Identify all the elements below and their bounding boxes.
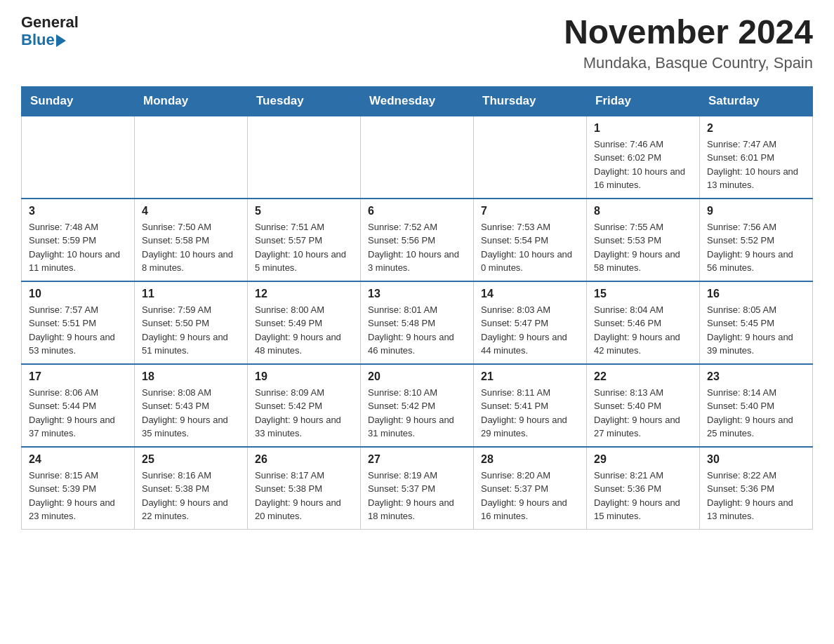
day-info: Sunrise: 8:01 AMSunset: 5:48 PMDaylight:… — [368, 303, 466, 358]
calendar-header-tuesday: Tuesday — [248, 86, 361, 116]
calendar-week-5: 24Sunrise: 8:15 AMSunset: 5:39 PMDayligh… — [22, 447, 813, 530]
day-number: 12 — [255, 288, 353, 300]
calendar-cell: 16Sunrise: 8:05 AMSunset: 5:45 PMDayligh… — [700, 281, 813, 364]
calendar-header-saturday: Saturday — [700, 86, 813, 116]
day-number: 6 — [368, 205, 466, 217]
day-info: Sunrise: 8:20 AMSunset: 5:37 PMDaylight:… — [481, 469, 579, 523]
calendar-cell: 28Sunrise: 8:20 AMSunset: 5:37 PMDayligh… — [474, 447, 587, 530]
calendar-week-2: 3Sunrise: 7:48 AMSunset: 5:59 PMDaylight… — [22, 199, 813, 281]
calendar-cell: 3Sunrise: 7:48 AMSunset: 5:59 PMDaylight… — [22, 199, 135, 281]
day-info: Sunrise: 8:22 AMSunset: 5:36 PMDaylight:… — [707, 469, 805, 523]
calendar-cell: 15Sunrise: 8:04 AMSunset: 5:46 PMDayligh… — [587, 281, 700, 364]
day-info: Sunrise: 8:19 AMSunset: 5:37 PMDaylight:… — [368, 469, 466, 523]
day-info: Sunrise: 8:11 AMSunset: 5:41 PMDaylight:… — [481, 386, 579, 441]
day-number: 15 — [594, 288, 692, 300]
day-number: 11 — [142, 288, 240, 300]
day-number: 30 — [707, 453, 805, 466]
day-info: Sunrise: 8:06 AMSunset: 5:44 PMDaylight:… — [29, 386, 127, 441]
day-number: 14 — [481, 288, 579, 300]
calendar-table: SundayMondayTuesdayWednesdayThursdayFrid… — [21, 86, 813, 530]
day-info: Sunrise: 7:46 AMSunset: 6:02 PMDaylight:… — [594, 137, 692, 192]
day-info: Sunrise: 8:13 AMSunset: 5:40 PMDaylight:… — [594, 386, 692, 441]
calendar-cell: 18Sunrise: 8:08 AMSunset: 5:43 PMDayligh… — [135, 364, 248, 447]
calendar-cell: 11Sunrise: 7:59 AMSunset: 5:50 PMDayligh… — [135, 281, 248, 364]
calendar-cell: 30Sunrise: 8:22 AMSunset: 5:36 PMDayligh… — [700, 447, 813, 530]
calendar-cell: 5Sunrise: 7:51 AMSunset: 5:57 PMDaylight… — [248, 199, 361, 281]
day-number: 28 — [481, 453, 579, 466]
calendar-cell: 14Sunrise: 8:03 AMSunset: 5:47 PMDayligh… — [474, 281, 587, 364]
logo-blue-text: Blue — [21, 31, 66, 49]
day-number: 24 — [29, 453, 127, 466]
calendar-cell: 6Sunrise: 7:52 AMSunset: 5:56 PMDaylight… — [361, 199, 474, 281]
calendar-cell: 22Sunrise: 8:13 AMSunset: 5:40 PMDayligh… — [587, 364, 700, 447]
logo: General Blue — [21, 14, 79, 49]
day-info: Sunrise: 7:55 AMSunset: 5:53 PMDaylight:… — [594, 220, 692, 275]
day-number: 7 — [481, 205, 579, 217]
calendar-cell: 19Sunrise: 8:09 AMSunset: 5:42 PMDayligh… — [248, 364, 361, 447]
calendar-cell: 4Sunrise: 7:50 AMSunset: 5:58 PMDaylight… — [135, 199, 248, 281]
day-info: Sunrise: 8:00 AMSunset: 5:49 PMDaylight:… — [255, 303, 353, 358]
day-info: Sunrise: 8:15 AMSunset: 5:39 PMDaylight:… — [29, 469, 127, 523]
calendar-header-thursday: Thursday — [474, 86, 587, 116]
day-info: Sunrise: 7:53 AMSunset: 5:54 PMDaylight:… — [481, 220, 579, 275]
logo-general-text: General — [21, 14, 79, 31]
calendar-cell: 1Sunrise: 7:46 AMSunset: 6:02 PMDaylight… — [587, 116, 700, 199]
calendar-cell: 24Sunrise: 8:15 AMSunset: 5:39 PMDayligh… — [22, 447, 135, 530]
calendar-week-3: 10Sunrise: 7:57 AMSunset: 5:51 PMDayligh… — [22, 281, 813, 364]
calendar-cell — [22, 116, 135, 199]
calendar-cell — [248, 116, 361, 199]
calendar-cell: 13Sunrise: 8:01 AMSunset: 5:48 PMDayligh… — [361, 281, 474, 364]
day-number: 3 — [29, 205, 127, 217]
day-info: Sunrise: 7:56 AMSunset: 5:52 PMDaylight:… — [707, 220, 805, 275]
calendar-cell: 23Sunrise: 8:14 AMSunset: 5:40 PMDayligh… — [700, 364, 813, 447]
day-info: Sunrise: 7:51 AMSunset: 5:57 PMDaylight:… — [255, 220, 353, 275]
page-header: General Blue November 2024 Mundaka, Basq… — [21, 14, 813, 72]
calendar-cell: 10Sunrise: 7:57 AMSunset: 5:51 PMDayligh… — [22, 281, 135, 364]
calendar-cell: 12Sunrise: 8:00 AMSunset: 5:49 PMDayligh… — [248, 281, 361, 364]
day-info: Sunrise: 7:52 AMSunset: 5:56 PMDaylight:… — [368, 220, 466, 275]
logo-triangle-icon — [56, 34, 66, 47]
day-info: Sunrise: 8:08 AMSunset: 5:43 PMDaylight:… — [142, 386, 240, 441]
day-info: Sunrise: 8:05 AMSunset: 5:45 PMDaylight:… — [707, 303, 805, 358]
day-info: Sunrise: 8:03 AMSunset: 5:47 PMDaylight:… — [481, 303, 579, 358]
calendar-cell: 20Sunrise: 8:10 AMSunset: 5:42 PMDayligh… — [361, 364, 474, 447]
calendar-cell — [135, 116, 248, 199]
day-number: 17 — [29, 370, 127, 383]
calendar-header-monday: Monday — [135, 86, 248, 116]
day-number: 1 — [594, 122, 692, 135]
main-title: November 2024 — [564, 14, 813, 51]
day-number: 18 — [142, 370, 240, 383]
day-number: 25 — [142, 453, 240, 466]
day-info: Sunrise: 8:14 AMSunset: 5:40 PMDaylight:… — [707, 386, 805, 441]
calendar-cell: 27Sunrise: 8:19 AMSunset: 5:37 PMDayligh… — [361, 447, 474, 530]
calendar-cell: 2Sunrise: 7:47 AMSunset: 6:01 PMDaylight… — [700, 116, 813, 199]
day-number: 8 — [594, 205, 692, 217]
subtitle: Mundaka, Basque Country, Spain — [564, 54, 813, 72]
calendar-header-wednesday: Wednesday — [361, 86, 474, 116]
calendar-cell: 29Sunrise: 8:21 AMSunset: 5:36 PMDayligh… — [587, 447, 700, 530]
calendar-cell: 7Sunrise: 7:53 AMSunset: 5:54 PMDaylight… — [474, 199, 587, 281]
day-number: 20 — [368, 370, 466, 383]
day-number: 23 — [707, 370, 805, 383]
day-info: Sunrise: 7:57 AMSunset: 5:51 PMDaylight:… — [29, 303, 127, 358]
day-number: 22 — [594, 370, 692, 383]
calendar-cell: 9Sunrise: 7:56 AMSunset: 5:52 PMDaylight… — [700, 199, 813, 281]
day-number: 13 — [368, 288, 466, 300]
day-info: Sunrise: 8:10 AMSunset: 5:42 PMDaylight:… — [368, 386, 466, 441]
calendar-cell: 8Sunrise: 7:55 AMSunset: 5:53 PMDaylight… — [587, 199, 700, 281]
day-info: Sunrise: 8:21 AMSunset: 5:36 PMDaylight:… — [594, 469, 692, 523]
calendar-cell: 26Sunrise: 8:17 AMSunset: 5:38 PMDayligh… — [248, 447, 361, 530]
calendar-week-1: 1Sunrise: 7:46 AMSunset: 6:02 PMDaylight… — [22, 116, 813, 199]
day-number: 10 — [29, 288, 127, 300]
calendar-cell: 17Sunrise: 8:06 AMSunset: 5:44 PMDayligh… — [22, 364, 135, 447]
day-info: Sunrise: 7:59 AMSunset: 5:50 PMDaylight:… — [142, 303, 240, 358]
day-info: Sunrise: 7:50 AMSunset: 5:58 PMDaylight:… — [142, 220, 240, 275]
day-info: Sunrise: 8:04 AMSunset: 5:46 PMDaylight:… — [594, 303, 692, 358]
calendar-cell: 25Sunrise: 8:16 AMSunset: 5:38 PMDayligh… — [135, 447, 248, 530]
day-number: 4 — [142, 205, 240, 217]
day-number: 16 — [707, 288, 805, 300]
day-number: 9 — [707, 205, 805, 217]
calendar-cell: 21Sunrise: 8:11 AMSunset: 5:41 PMDayligh… — [474, 364, 587, 447]
day-info: Sunrise: 8:16 AMSunset: 5:38 PMDaylight:… — [142, 469, 240, 523]
calendar-cell — [361, 116, 474, 199]
